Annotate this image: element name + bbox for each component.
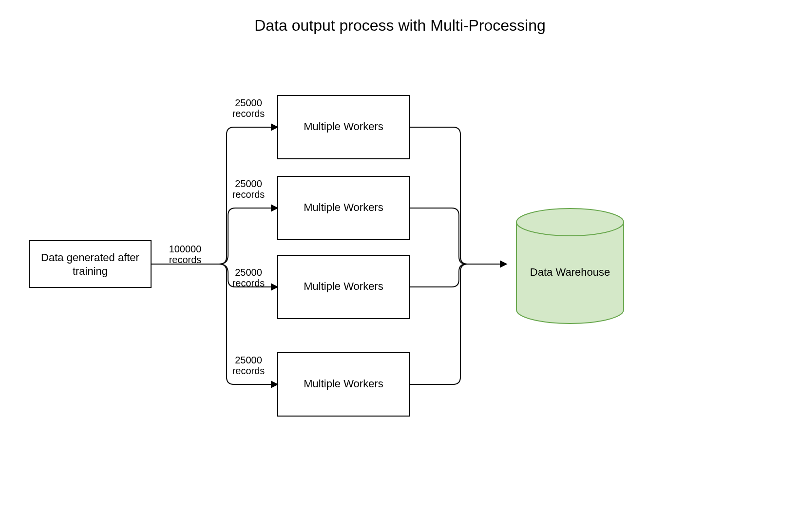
branch-label-4a: 25000 xyxy=(235,355,262,365)
branch-labels: 25000 records 25000 records 25000 record… xyxy=(232,97,265,376)
svg-rect-0 xyxy=(29,241,151,287)
data-warehouse-cylinder: Data Warehouse xyxy=(516,209,624,323)
worker-box-1: Multiple Workers xyxy=(278,95,409,159)
source-edge-label-2: records xyxy=(169,254,202,265)
worker-label-1: Multiple Workers xyxy=(304,120,383,133)
diagram-title: Data output process with Multi-Processin… xyxy=(254,17,546,34)
worker-label-4: Multiple Workers xyxy=(304,378,383,390)
branch-label-2a: 25000 xyxy=(235,178,262,189)
source-line2: training xyxy=(73,265,108,277)
worker-box-3: Multiple Workers xyxy=(278,255,409,319)
source-edge-label-1: 100000 xyxy=(169,244,202,254)
branch-label-1a: 25000 xyxy=(235,97,262,108)
source-line1: Data generated after xyxy=(41,251,139,264)
worker-label-2: Multiple Workers xyxy=(304,201,383,213)
branch-label-4b: records xyxy=(232,365,265,376)
diagram: Data output process with Multi-Processin… xyxy=(0,0,800,532)
merge-arrows xyxy=(409,127,507,384)
worker-label-3: Multiple Workers xyxy=(304,280,383,292)
branch-label-3a: 25000 xyxy=(235,267,262,278)
source-box: Data generated after training xyxy=(29,241,151,287)
svg-point-5 xyxy=(516,209,624,236)
worker-box-2: Multiple Workers xyxy=(278,176,409,240)
branch-label-1b: records xyxy=(232,108,265,119)
branch-label-2b: records xyxy=(232,189,265,200)
worker-box-4: Multiple Workers xyxy=(278,353,409,416)
data-warehouse-label: Data Warehouse xyxy=(530,266,610,278)
branch-label-3b: records xyxy=(232,278,265,288)
